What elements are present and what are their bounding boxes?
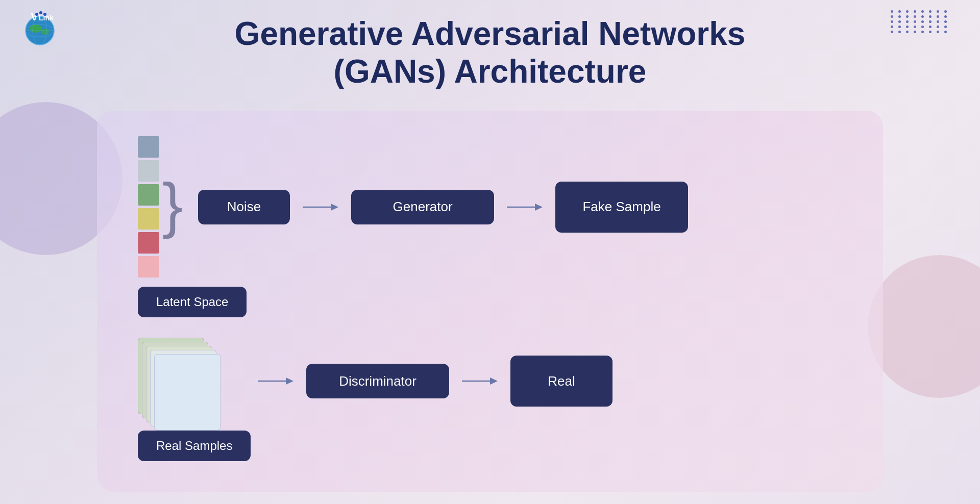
- arrow-noise-to-generator: [300, 199, 341, 215]
- decorative-dot: [906, 31, 909, 33]
- decorative-dot: [914, 26, 916, 28]
- decorative-dot: [891, 20, 893, 23]
- decorative-dot: [898, 20, 901, 23]
- bg-circle-right: [868, 255, 980, 398]
- bracket: }: [162, 174, 183, 235]
- decorative-dot: [929, 15, 932, 18]
- svg-marker-17: [286, 377, 293, 385]
- decorative-dot: [891, 15, 893, 18]
- color-square-rose: [138, 232, 159, 254]
- decorative-dot: [898, 31, 901, 33]
- decorative-dot: [944, 15, 947, 18]
- decorative-dot: [944, 31, 947, 33]
- svg-marker-19: [490, 377, 498, 385]
- decorative-dot: [906, 10, 909, 13]
- paper-layer-front: [154, 354, 220, 431]
- dot-pattern: // Generate dots inline const dotCount =…: [891, 10, 949, 33]
- bottom-left-section: Discriminator Real Real Samples: [138, 338, 612, 461]
- decorative-dot: [937, 10, 939, 13]
- decorative-dot: [906, 26, 909, 28]
- decorative-dot: [929, 26, 932, 28]
- decorative-dot: [937, 20, 939, 23]
- bottom-section: Discriminator Real Real Samples: [138, 338, 842, 461]
- decorative-dot: [914, 20, 916, 23]
- decorative-dot: [929, 20, 932, 23]
- decorative-dot: [914, 15, 916, 18]
- real-box: Real: [510, 356, 612, 407]
- color-square-blue-gray: [138, 136, 159, 158]
- svg-point-10: [39, 11, 42, 14]
- latent-space-box: Latent Space: [138, 287, 247, 317]
- color-squares: [138, 136, 159, 278]
- color-square-light-gray: [138, 160, 159, 182]
- decorative-dot: [937, 26, 939, 28]
- top-section-left: } Noise Generator: [138, 136, 688, 317]
- decorative-dot: [937, 15, 939, 18]
- decorative-dot: [914, 10, 916, 13]
- title-block: Generative Adversarial Networks (GANs) A…: [235, 15, 746, 90]
- decorative-dot: [898, 15, 901, 18]
- decorative-dot: [944, 20, 947, 23]
- decorative-dot: [891, 31, 893, 33]
- decorative-dot: [906, 15, 909, 18]
- top-flow: } Noise Generator: [138, 136, 688, 278]
- decorative-dot: [891, 26, 893, 28]
- diagram-container: } Noise Generator: [97, 111, 883, 492]
- svg-marker-15: [535, 204, 543, 211]
- decorative-dot: [898, 26, 901, 28]
- svg-point-11: [43, 13, 46, 16]
- generator-box: Generator: [351, 190, 494, 224]
- decorative-dot: [921, 20, 924, 23]
- color-square-green: [138, 184, 159, 206]
- color-square-pink: [138, 256, 159, 278]
- fake-sample-box: Fake Sample: [555, 182, 688, 233]
- svg-marker-13: [331, 204, 338, 211]
- decorative-dot: [906, 20, 909, 23]
- arrow-discriminator-to-real: [459, 373, 500, 389]
- decorative-dot: [929, 31, 932, 33]
- bottom-flow: Discriminator Real: [138, 338, 612, 424]
- decorative-dot: [914, 31, 916, 33]
- decorative-dot: [921, 31, 924, 33]
- svg-text:V: V: [31, 10, 38, 23]
- arrow-generator-to-fake: [504, 199, 545, 215]
- real-samples-box: Real Samples: [138, 431, 251, 461]
- top-section: } Noise Generator: [138, 136, 842, 317]
- svg-point-3: [41, 29, 49, 35]
- arrow-real-to-discriminator: [255, 373, 296, 389]
- decorative-dot: [891, 10, 893, 13]
- decorative-dot: [921, 10, 924, 13]
- decorative-dot: [944, 26, 947, 28]
- decorative-dot: [929, 10, 932, 13]
- latent-visual: }: [138, 136, 198, 278]
- discriminator-box: Discriminator: [306, 364, 449, 398]
- decorative-dot: [937, 31, 939, 33]
- real-samples-stack: [138, 338, 225, 424]
- decorative-dot: [921, 26, 924, 28]
- decorative-dot: [921, 15, 924, 18]
- header: V Link Generative Adversarial Networks (…: [0, 0, 980, 95]
- svg-point-9: [35, 13, 38, 16]
- decorative-dot: [898, 10, 901, 13]
- page-title: Generative Adversarial Networks (GANs) A…: [235, 15, 746, 90]
- color-square-yellow: [138, 208, 159, 230]
- decorative-dot: [944, 10, 947, 13]
- noise-box: Noise: [198, 190, 290, 224]
- logo: V Link: [20, 10, 66, 46]
